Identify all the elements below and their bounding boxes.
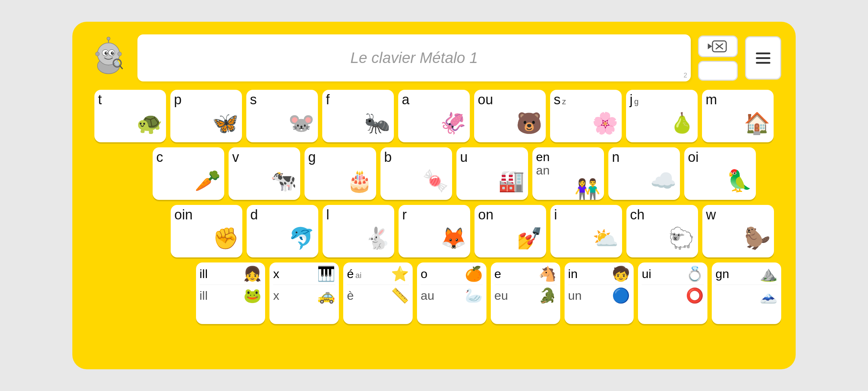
svg-point-9 <box>107 37 110 40</box>
keyboard-row-1: t 🐢 p 🦋 s 🐭 f 🐜 a 🦑 ou 🐻 <box>87 90 781 142</box>
key-ui[interactable]: ui 💍 ⭕ <box>638 262 707 324</box>
key-r[interactable]: r 🦊 <box>399 205 470 257</box>
key-gn[interactable]: gn ⛰️ 🗻 <box>712 262 781 324</box>
key-f[interactable]: f 🐜 <box>322 90 394 142</box>
title-box: Le clavier Métalo 1 2 <box>137 34 691 81</box>
key-on[interactable]: on 💅 <box>475 205 546 257</box>
key-jg[interactable]: j g 🍐 <box>626 90 698 142</box>
svg-point-10 <box>95 52 99 56</box>
svg-marker-16 <box>708 43 712 49</box>
key-b[interactable]: b 🍬 <box>380 147 452 200</box>
keyboard: t 🐢 p 🦋 s 🐭 f 🐜 a 🦑 ou 🐻 <box>87 90 781 355</box>
key-u[interactable]: u 🏭 <box>456 147 528 200</box>
key-en-an[interactable]: en an 👫 <box>532 147 604 200</box>
key-i[interactable]: i ⛅ <box>550 205 622 257</box>
key-e-eu[interactable]: e 🐴 eu 🐊 <box>491 262 560 324</box>
header-buttons <box>698 35 738 81</box>
svg-line-13 <box>120 66 123 69</box>
keyboard-row-2: c 🥕 v 🐄 g 🎂 b 🍬 u 🏭 en a <box>87 147 781 200</box>
svg-point-11 <box>118 52 122 56</box>
blank-button[interactable] <box>698 61 738 81</box>
main-keyboard-container: Le clavier Métalo 1 2 <box>72 22 796 369</box>
keyboard-row-3: oin ✊ d 🐬 l 🐇 r 🦊 on 💅 i ⛅ <box>87 205 781 257</box>
key-n[interactable]: n ☁️ <box>608 147 680 200</box>
key-w[interactable]: w 🦫 <box>702 205 774 257</box>
svg-point-14 <box>115 61 119 66</box>
backspace-button[interactable] <box>698 35 738 57</box>
svg-point-7 <box>112 52 113 53</box>
svg-point-6 <box>106 52 107 53</box>
key-e-accents[interactable]: é ai ⭐ è 📏 <box>343 262 413 324</box>
key-g[interactable]: g 🎂 <box>305 147 376 200</box>
key-x[interactable]: x 🎹 x 🚕 <box>269 262 339 324</box>
key-ch[interactable]: ch 🐑 <box>626 205 698 257</box>
row2-spacer <box>112 147 148 200</box>
header: Le clavier Métalo 1 2 <box>87 33 781 83</box>
key-c[interactable]: c 🥕 <box>153 147 224 200</box>
key-p[interactable]: p 🦋 <box>170 90 242 142</box>
row4-spacer <box>87 262 192 324</box>
title-text: Le clavier Métalo 1 <box>350 49 478 67</box>
key-v[interactable]: v 🐄 <box>229 147 300 200</box>
key-s[interactable]: s 🐭 <box>246 90 318 142</box>
key-l[interactable]: l 🐇 <box>323 205 394 257</box>
menu-line-2 <box>756 57 770 59</box>
row3-spacer <box>94 205 166 257</box>
key-o-au[interactable]: o 🍊 au 🦢 <box>417 262 486 324</box>
menu-line-3 <box>756 62 770 64</box>
menu-button[interactable] <box>745 36 781 80</box>
key-oi[interactable]: oi 🦜 <box>684 147 756 200</box>
key-in-un[interactable]: in 🧒 un 🔵 <box>565 262 634 324</box>
menu-line-1 <box>756 52 770 54</box>
key-t[interactable]: t 🐢 <box>94 90 166 142</box>
key-oin[interactable]: oin ✊ <box>171 205 242 257</box>
key-a[interactable]: a 🦑 <box>398 90 470 142</box>
keyboard-row-4: ill 👧 ill 🐸 x 🎹 <box>87 262 781 324</box>
key-d[interactable]: d 🐬 <box>247 205 318 257</box>
key-ou[interactable]: ou 🐻 <box>474 90 546 142</box>
page-number: 2 <box>684 72 687 79</box>
key-sz[interactable]: s z 🌸 <box>550 90 622 142</box>
robot-mascot <box>87 34 130 81</box>
key-ill[interactable]: ill 👧 ill 🐸 <box>196 262 265 324</box>
key-m[interactable]: m 🏠 <box>702 90 774 142</box>
